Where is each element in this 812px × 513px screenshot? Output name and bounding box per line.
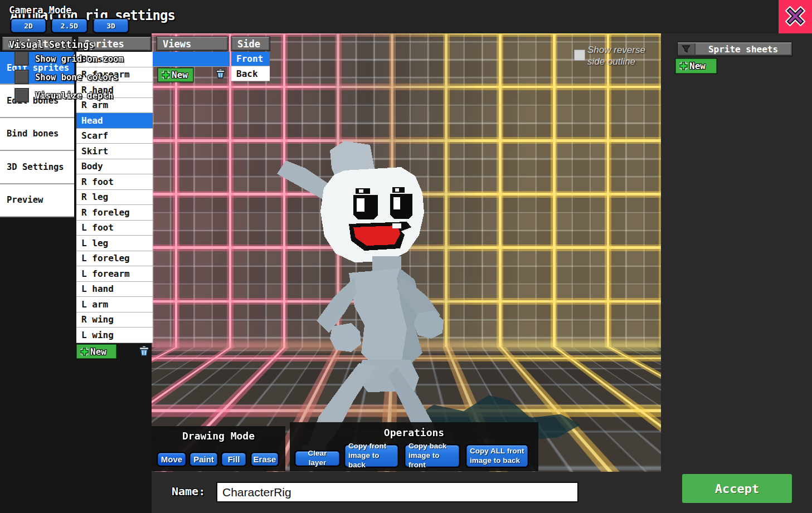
- tool-fill-button[interactable]: Fill: [222, 453, 246, 466]
- sidebar-item-3d-settings[interactable]: 3D Settings: [0, 151, 74, 184]
- sprite-item-body[interactable]: Body: [76, 159, 153, 175]
- sprite-item-l-leg[interactable]: L leg: [76, 236, 153, 251]
- close-button[interactable]: [779, 0, 812, 35]
- show-bone-colors-label: Show bone colors: [35, 72, 118, 82]
- plus-icon: [679, 62, 688, 70]
- close-icon: [785, 6, 805, 28]
- show-reverse-outline-checkbox[interactable]: [574, 50, 585, 61]
- sprite-item-l-hand[interactable]: L hand: [76, 282, 153, 297]
- tool-move-button[interactable]: Move: [158, 453, 186, 466]
- copy-back-to-front-button[interactable]: Copy back image to front: [405, 445, 459, 467]
- checkbox-show-grid-on-zoom[interactable]: [14, 51, 29, 66]
- show-reverse-outline-label: Show reverse side outline: [587, 45, 653, 67]
- side-option-front[interactable]: Front: [231, 52, 270, 66]
- filter-funnel-icon: [682, 45, 691, 53]
- sprite-item-l-wing[interactable]: L wing: [76, 328, 153, 343]
- drawing-mode-title: Drawing Mode: [152, 430, 285, 442]
- sprite-item-skirt[interactable]: Skirt: [76, 144, 153, 159]
- sprite-item-l-foot[interactable]: L foot: [76, 221, 153, 236]
- checkbox-visualize-depth[interactable]: [14, 88, 29, 102]
- add-sprite-sheet-label: New: [689, 61, 706, 71]
- sprite-sheets-label: Sprite sheets: [696, 44, 791, 55]
- visual-settings-title: Visual Settings: [9, 39, 95, 50]
- sprite-sheets-header: Sprite sheets: [678, 42, 792, 56]
- tool-paint-button[interactable]: Paint: [190, 453, 217, 466]
- name-label: Name:: [172, 485, 205, 498]
- add-view-label: New: [172, 70, 188, 80]
- visualize-depth-label: Visualize depth: [35, 91, 113, 101]
- sidebar-item-preview[interactable]: Preview: [0, 184, 74, 217]
- add-sprite-sheet-button[interactable]: New: [675, 58, 717, 74]
- camera-2-5d-button[interactable]: 2.5D: [52, 19, 87, 32]
- tool-erase-button[interactable]: Erase: [251, 453, 278, 466]
- sprite-item-r-wing[interactable]: R wing: [76, 312, 153, 328]
- show-grid-on-zoom-label: Show grid on zoom: [35, 54, 124, 64]
- camera-2d-button[interactable]: 2D: [11, 19, 46, 32]
- add-sprite-button[interactable]: New: [76, 344, 116, 359]
- add-sprite-label: New: [90, 346, 106, 357]
- checkbox-show-bone-colors[interactable]: [14, 70, 29, 84]
- plus-icon: [162, 71, 170, 79]
- accept-button[interactable]: Accept: [682, 474, 792, 503]
- filter-icon-box[interactable]: [678, 43, 696, 55]
- operations-panel: Operations Clear layer Copy front image …: [290, 422, 538, 471]
- views-selected-row[interactable]: [153, 52, 230, 67]
- right-background: [661, 33, 812, 513]
- viewport-3d[interactable]: [152, 33, 661, 472]
- sidebar-item-edit-bones[interactable]: Edit bones: [0, 85, 74, 118]
- sprite-item-r-foreleg[interactable]: R foreleg: [76, 205, 153, 221]
- sprite-item-scarf[interactable]: Scarf: [76, 129, 153, 144]
- copy-all-front-to-back-button[interactable]: Copy ALL front image to back: [466, 445, 528, 467]
- sidebar-item-bind-bones[interactable]: Bind bones: [0, 118, 74, 151]
- sprite-item-r-foot[interactable]: R foot: [76, 174, 153, 190]
- animation-rig-settings-window: Animation rig settings: [0, 0, 812, 513]
- sprite-item-l-foreleg[interactable]: L foreleg: [76, 251, 153, 267]
- trash-icon: [139, 345, 149, 357]
- clear-layer-button[interactable]: Clear layer: [295, 451, 339, 466]
- camera-mode-title: Camera Mode: [9, 4, 72, 16]
- copy-front-to-back-button[interactable]: Copy front image to back: [345, 445, 398, 467]
- drawing-mode-panel: Drawing Mode Move Paint Fill Erase: [152, 426, 285, 471]
- plus-icon: [80, 348, 89, 356]
- side-option-back[interactable]: Back: [231, 66, 270, 81]
- sprite-item-l-forearm[interactable]: L forearm: [76, 266, 153, 282]
- operations-title: Operations: [290, 427, 538, 438]
- views-header: Views: [157, 37, 228, 51]
- trash-icon: [216, 69, 225, 79]
- delete-sprite-button[interactable]: [138, 345, 150, 358]
- delete-view-button[interactable]: [214, 69, 226, 81]
- side-header: Side: [231, 37, 270, 51]
- sprite-item-head[interactable]: Head: [76, 113, 153, 129]
- sprite-item-r-leg[interactable]: R leg: [76, 190, 153, 206]
- add-view-button[interactable]: New: [158, 68, 193, 82]
- camera-3d-button[interactable]: 3D: [94, 19, 128, 32]
- name-input[interactable]: [217, 483, 577, 501]
- sprite-item-l-arm[interactable]: L arm: [76, 297, 153, 312]
